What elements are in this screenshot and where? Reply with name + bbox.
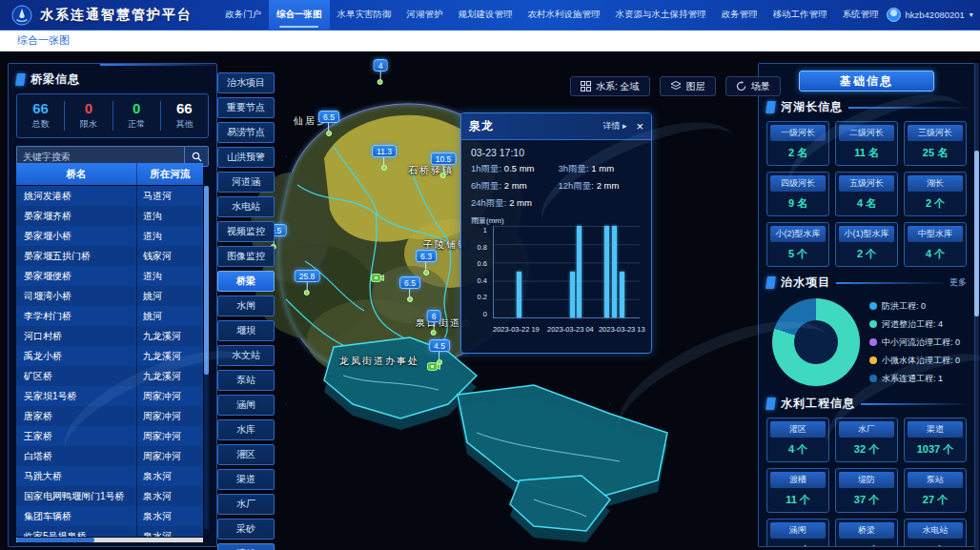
station-marker-value: 6.5 <box>318 111 339 123</box>
stat-tile: 涵闸 47 个 <box>766 519 829 547</box>
table-row[interactable]: 禹龙小桥 九龙溪河 <box>16 346 203 366</box>
station-marker[interactable]: 25.8 <box>295 270 320 295</box>
stat-value: 0 <box>113 101 160 116</box>
station-marker[interactable]: 6.3 <box>416 250 437 275</box>
table-row[interactable]: 姚河发港桥 马道河 <box>16 186 203 206</box>
bridge-name-cell: 李学村门桥 <box>16 306 136 326</box>
layer-menu-item[interactable]: 水库 <box>217 419 275 440</box>
table-row[interactable]: 马跳大桥 泉水河 <box>16 466 203 486</box>
rain-bar <box>517 272 521 317</box>
chiefs-tiles: 一级河长 2 名 二级河长 11 名 三级河长 25 名 四级河长 9 名 五级… <box>759 121 974 267</box>
nav-item[interactable]: 水资源与水土保持管理 <box>608 0 714 30</box>
nav-item[interactable]: 规划建设管理 <box>451 0 521 30</box>
nav-item[interactable]: 综合一张图 <box>269 0 330 30</box>
layer-menu-item[interactable]: 采砂 <box>217 519 275 540</box>
layer-menu-item[interactable]: 水闸 <box>217 295 275 316</box>
layer-menu-item[interactable]: 渡槽 <box>217 543 275 550</box>
map-controls: 水系: 全域 图层 场景 <box>570 76 781 96</box>
user-menu[interactable]: hkzb42080201 ▾ <box>887 8 980 22</box>
table-row[interactable]: 李学村门桥 姚河 <box>16 306 203 326</box>
scene-button[interactable]: 场景 <box>725 76 781 96</box>
stat-tile: 中型水库 4 个 <box>904 222 967 267</box>
river-cell: 泉水河 <box>136 466 203 486</box>
stat-tile: 水电站 3 个 <box>904 519 967 547</box>
stat-tile: 三级河长 25 名 <box>904 121 967 166</box>
tab-basic-info[interactable]: 基础信息 <box>799 71 934 92</box>
table-row[interactable]: 晏家堰齐桥 道沟 <box>16 206 203 226</box>
table-row[interactable]: 河口村桥 九龙溪河 <box>16 326 203 346</box>
river-cell: 泉水河 <box>136 486 203 506</box>
popup-detail-link[interactable]: 详情 ▸ <box>602 120 626 132</box>
nav-item[interactable]: 政务管理 <box>714 0 766 30</box>
table-row[interactable]: 国家电网鸭堰闸门1号桥 泉水河 <box>16 486 203 506</box>
station-marker-value: 4.5 <box>429 339 450 352</box>
table-horizontal-scrollbar[interactable] <box>16 538 203 542</box>
rain-chart-ytick: 0.2 <box>478 293 487 301</box>
station-marker[interactable]: 6 <box>427 310 441 336</box>
layer-menu-item[interactable]: 桥梁 <box>217 271 275 292</box>
layer-menu-item[interactable]: 重要节点 <box>217 97 275 118</box>
table-row[interactable]: 白塔桥 周家冲河 <box>16 446 203 466</box>
layer-menu-item[interactable]: 渠道 <box>217 469 275 490</box>
layer-menu-item[interactable]: 水电站 <box>217 196 275 217</box>
bridge-name-cell: 晏家堰五拱门桥 <box>16 246 136 266</box>
table-row[interactable]: 唐家桥 周家冲河 <box>16 406 203 426</box>
breadcrumb[interactable]: 综合一张图 <box>17 33 70 48</box>
camera-icon[interactable] <box>427 358 440 376</box>
stat-tile: 灌区 4 个 <box>766 418 829 462</box>
station-marker[interactable]: 10.5 <box>431 153 457 178</box>
station-marker[interactable]: 6.5 <box>318 111 339 136</box>
page-scrollbar[interactable] <box>974 63 979 550</box>
marker-stem <box>425 262 426 270</box>
close-icon[interactable]: × <box>636 120 643 132</box>
layer-menu-item[interactable]: 河道涵 <box>217 172 275 193</box>
river-cell: 姚河 <box>136 306 203 326</box>
station-marker[interactable]: 4 <box>374 59 388 85</box>
nav-item[interactable]: 政务门户 <box>217 0 269 30</box>
nav-item[interactable]: 河湖管护 <box>399 0 451 30</box>
water-system-scope-button[interactable]: 水系: 全域 <box>570 76 650 96</box>
layer-menu-item[interactable]: 易涝节点 <box>217 122 275 143</box>
rain-chart-ytick: 1 <box>483 226 487 234</box>
layer-menu-item[interactable]: 水厂 <box>217 494 275 515</box>
camera-icon[interactable] <box>371 270 384 287</box>
table-row[interactable]: 司堰湾小桥 姚河 <box>16 286 203 306</box>
layer-menu: 治水项目重要节点易涝节点山洪预警河道涵水电站视频监控图像监控桥梁水闸堰坝水文站泵… <box>217 72 275 550</box>
layer-menu-item[interactable]: 涵闸 <box>217 395 275 416</box>
table-row[interactable]: 晏家堰便桥 道沟 <box>16 266 203 286</box>
scene-label: 场景 <box>751 80 770 93</box>
layer-menu-item[interactable]: 水文站 <box>217 345 275 366</box>
rain-chart-xticks: 2023-03-22 192023-03-23 042023-03-23 13 <box>493 322 640 334</box>
station-marker[interactable]: 6.5 <box>399 276 420 302</box>
table-row[interactable]: 吴家坝1号桥 周家冲河 <box>16 386 203 406</box>
tile-value: 32 个 <box>839 438 894 458</box>
layer-menu-item[interactable]: 灌区 <box>217 444 275 465</box>
table-row[interactable]: 集团车辆桥 泉水河 <box>16 506 203 526</box>
table-row[interactable]: 临家5号提泉桥 泉水河 <box>16 526 203 537</box>
layer-menu-item[interactable]: 视频监控 <box>217 221 275 242</box>
layer-menu-item[interactable]: 堰坝 <box>217 320 275 341</box>
popup-timestamp: 03-23 17:10 <box>471 147 642 158</box>
user-avatar-icon <box>887 8 901 22</box>
nav-item[interactable]: 移动工作管理 <box>766 0 835 30</box>
layer-menu-item[interactable]: 治水项目 <box>217 72 275 93</box>
layers-button[interactable]: 图层 <box>660 76 716 96</box>
rainfall-chart: 雨量(mm) 10.80.60.40.20 2023-03-22 192023-… <box>469 215 643 334</box>
table-row[interactable]: 晏家堰小桥 道沟 <box>16 226 203 246</box>
marker-stem <box>383 157 384 165</box>
projects-more-link[interactable]: 更多 <box>949 276 967 289</box>
layer-menu-item[interactable]: 山洪预警 <box>217 147 275 168</box>
section-divider <box>848 107 967 109</box>
layer-menu-item[interactable]: 泵站 <box>217 370 275 391</box>
station-marker[interactable]: 11.3 <box>372 145 397 171</box>
table-row[interactable]: 晏家堰五拱门桥 钱家河 <box>16 246 203 266</box>
nav-menu: 政务门户综合一张图水旱灾害防御河湖管护规划建设管理农村水利设施管理水资源与水土保… <box>217 0 887 30</box>
table-row[interactable]: 王家桥 周家冲河 <box>16 426 203 446</box>
layer-menu-item[interactable]: 图像监控 <box>217 246 275 267</box>
column-header-river: 所在河流 <box>136 163 203 185</box>
nav-item[interactable]: 系统管理 <box>835 0 887 30</box>
nav-item[interactable]: 农村水利设施管理 <box>521 0 608 30</box>
table-row[interactable]: 矿区桥 九龙溪河 <box>16 366 203 386</box>
nav-item[interactable]: 水旱灾害防御 <box>330 0 399 30</box>
table-vertical-scrollbar[interactable] <box>204 186 209 529</box>
